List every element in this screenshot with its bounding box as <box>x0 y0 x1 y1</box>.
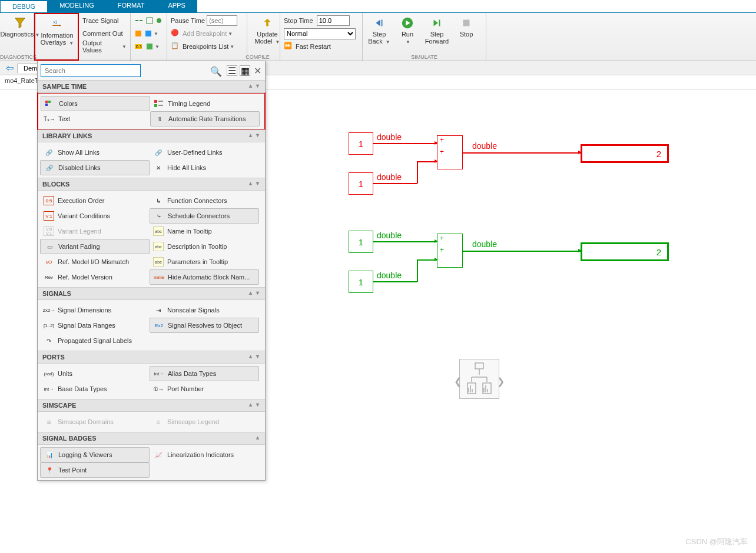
datatype-label: double <box>472 141 497 151</box>
params-in-tooltip[interactable]: abcParameters in Tooltip <box>150 254 259 269</box>
tab-debug[interactable]: DEBUG <box>0 0 48 12</box>
tab-apps[interactable]: APPS <box>156 0 197 12</box>
search-input[interactable] <box>41 64 141 77</box>
group-compile: COMPILE <box>236 54 280 60</box>
main-tabs: DEBUG MODELING FORMAT APPS <box>0 0 756 13</box>
propagated-labels[interactable]: ↷Propagated Signal Labels <box>40 333 150 348</box>
disabled-links[interactable]: 🔗Disabled Links <box>40 160 150 175</box>
signal-data-ranges[interactable]: [1..2]Signal Data Ranges <box>40 318 150 333</box>
linearization-indicators[interactable]: 📈Linearization Indicators <box>150 447 259 462</box>
colors-button[interactable]: Colors <box>41 96 150 111</box>
pause-time-input[interactable] <box>207 15 237 26</box>
grid-view-icon[interactable]: ▦ <box>240 65 250 76</box>
svg-rect-16 <box>154 100 157 103</box>
base-data-types[interactable]: int→Base Data Types <box>40 381 150 397</box>
update-icon <box>261 16 274 29</box>
constant-block[interactable]: 1 <box>349 172 373 195</box>
variant-conditions[interactable]: V:1Variant Conditions <box>40 208 150 224</box>
diagnostics-button[interactable]: Diagnostics▼ <box>4 14 37 39</box>
variant-fading[interactable]: ▭Variant Fading <box>40 239 150 254</box>
logging-viewers[interactable]: 📊Logging & Viewers <box>40 447 150 462</box>
simulation-mode-select[interactable]: Normal <box>284 28 356 39</box>
schedule-connectors[interactable]: ⤷Schedule Connectors <box>150 208 259 224</box>
text-button[interactable]: T₁→Text <box>41 111 150 126</box>
section-sample-time[interactable]: SAMPLE TIME▴ ▾ <box>38 80 265 93</box>
scope-block[interactable]: ❮ ❯ <box>459 359 499 399</box>
signal-dimensions[interactable]: 2x2→Signal Dimensions <box>40 302 150 318</box>
tools-r2[interactable]: ▼ <box>134 27 163 40</box>
section-library-links[interactable]: LIBRARY LINKS▴ ▾ <box>38 129 265 142</box>
output-values-button[interactable]: Output Values▼ <box>82 40 127 53</box>
svg-text:x1: x1 <box>54 20 58 24</box>
trace-signal-button[interactable]: Trace Signal <box>82 14 127 27</box>
colors-icon <box>45 99 55 108</box>
user-defined-links[interactable]: 🔗User-Defined Links <box>150 145 259 160</box>
section-signals[interactable]: SIGNALS▴ ▾ <box>38 287 265 300</box>
nonscalar-signals[interactable]: ⇥Nonscalar Signals <box>150 302 259 318</box>
hide-auto-names[interactable]: nameHide Automatic Block Nam... <box>150 269 259 285</box>
tools-r1[interactable] <box>134 14 163 27</box>
funnel-icon <box>14 16 26 29</box>
section-blocks[interactable]: BLOCKS▴ ▾ <box>38 178 265 191</box>
group-simulate: SIMULATE <box>363 54 486 60</box>
svg-rect-3 <box>135 31 141 36</box>
units[interactable]: (rad)Units <box>40 366 150 381</box>
datatype-label: double <box>377 231 402 240</box>
connector-icon: ↳ <box>153 196 164 205</box>
section-signal-badges[interactable]: SIGNAL BADGES▴ <box>38 432 265 445</box>
stop-button[interactable]: Stop <box>455 14 478 38</box>
tab-format[interactable]: FORMAT <box>106 0 157 12</box>
alias-data-types[interactable]: int→Alias Data Types <box>150 366 259 381</box>
sum-block[interactable]: ++ <box>437 234 463 268</box>
back-icon[interactable]: ⇦ <box>6 62 14 74</box>
show-all-links[interactable]: 🔗Show All Links <box>40 145 150 160</box>
execution-order[interactable]: 0:5Execution Order <box>40 193 150 208</box>
function-connectors[interactable]: ↳Function Connectors <box>150 193 259 208</box>
section-simscape[interactable]: SIMSCAPE▴ ▾ <box>38 399 265 412</box>
ref-model-version[interactable]: RevRef. Model Version <box>40 269 150 285</box>
stop-time-input[interactable] <box>317 15 350 26</box>
schedule-icon: ⤷ <box>154 211 164 221</box>
name-in-tooltip[interactable]: abcName in Tooltip <box>150 224 259 239</box>
legend-icon <box>154 99 164 108</box>
sum-block[interactable]: ++ <box>437 135 463 169</box>
hide-all-links[interactable]: ✕Hide All Links <box>150 160 259 175</box>
breakpoints-list-button[interactable]: 📋Breakpoints List▼ <box>171 40 243 53</box>
update-model-button[interactable]: UpdateModel ▼ <box>251 14 284 46</box>
close-icon[interactable]: ✕ <box>253 65 262 76</box>
display-block[interactable]: 2 <box>581 144 669 163</box>
chevron-right-icon: ❯ <box>497 376 505 387</box>
list-view-icon[interactable]: ☰ <box>227 65 237 76</box>
rate-icon: ⥮ <box>154 114 165 124</box>
tools-r3[interactable]: 0.3 ▼ <box>134 40 163 53</box>
ref-model-io[interactable]: I/ORef. Model I/O Mismatch <box>40 254 150 269</box>
hide-icon: ✕ <box>153 163 164 172</box>
constant-block[interactable]: 1 <box>349 271 373 293</box>
signal-resolves[interactable]: Ex2Signal Resolves to Object <box>150 318 259 333</box>
constant-block[interactable]: 1 <box>349 132 373 155</box>
section-ports[interactable]: PORTS▴ ▾ <box>38 351 265 364</box>
run-button[interactable]: Run▼ <box>396 14 419 46</box>
auto-rate-button[interactable]: ⥮Automatic Rate Transitions <box>150 111 260 126</box>
step-back-button[interactable]: StepBack ▼ <box>366 14 392 46</box>
search-icon[interactable]: 🔍 <box>210 66 222 77</box>
comment-out-button[interactable]: Comment Out <box>82 27 127 40</box>
add-breakpoint-button[interactable]: 🔴Add Breakpoint▼ <box>171 27 243 40</box>
display-block[interactable]: 2 <box>581 242 669 261</box>
fast-restart-button[interactable]: ⏩Fast Restart <box>284 40 359 53</box>
step-forward-button[interactable]: StepForward <box>423 14 451 45</box>
test-point[interactable]: 📍Test Point <box>40 462 150 478</box>
text-icon: T₁→ <box>44 114 55 124</box>
port-number[interactable]: ①→Port Number <box>150 381 259 397</box>
pause-time-row: Pause Time <box>171 14 243 27</box>
simscape-legend: ≡Simscape Legend <box>150 414 259 429</box>
datatype-label: double <box>472 239 497 249</box>
desc-in-tooltip[interactable]: abcDescription in Tooltip <box>150 239 259 254</box>
constant-block[interactable]: 1 <box>349 231 373 253</box>
tab-modeling[interactable]: MODELING <box>48 0 106 12</box>
information-overlays-button[interactable]: x1 InformationOverlays ▼ <box>37 15 78 47</box>
timing-legend-button[interactable]: Timing Legend <box>150 96 260 111</box>
chevron-left-icon: ❮ <box>454 376 462 387</box>
datatype-label: double <box>377 132 402 142</box>
link-icon: 🔗 <box>153 148 164 157</box>
